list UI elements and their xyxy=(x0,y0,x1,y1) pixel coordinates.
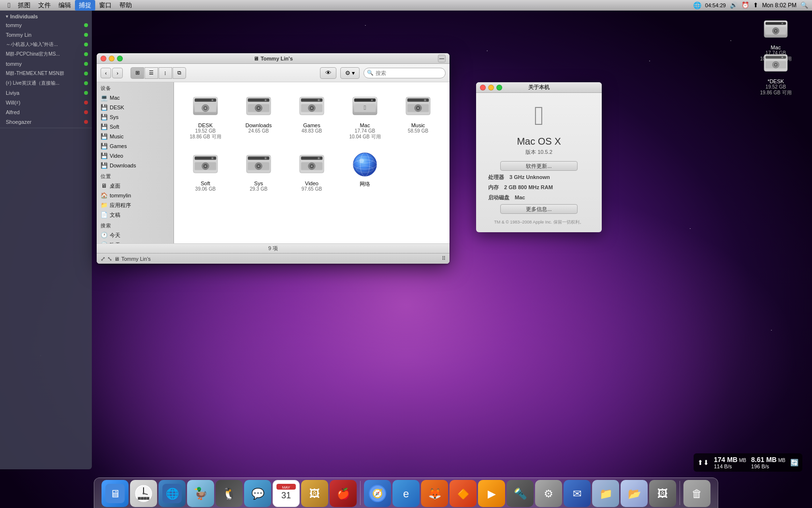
file-item-soft[interactable]: Soft 39.06 GB xyxy=(181,148,230,194)
apple-menu[interactable]:  xyxy=(4,0,14,11)
file-item-desk[interactable]: DESK 19.52 GB 18.86 GB 可用 xyxy=(181,90,230,143)
dock-item-folder2[interactable]: 📂 xyxy=(621,480,648,507)
contact-shoegazer[interactable]: Shoegazer xyxy=(0,117,92,127)
dock-item-qq[interactable]: 🐧 xyxy=(216,480,243,507)
dock-item-arrow[interactable]: ▶ xyxy=(478,480,505,507)
dock-item-adium[interactable]: 🦆 Adium xyxy=(187,480,214,507)
dock-item-network[interactable]: 🌐 xyxy=(159,480,186,507)
view-list-btn[interactable]: ☰ xyxy=(145,67,158,79)
dock-item-prefs[interactable]: ⚙ xyxy=(535,480,562,507)
contact-tommy1[interactable]: tommy xyxy=(0,20,92,30)
maximize-button[interactable] xyxy=(117,56,123,61)
close-button[interactable] xyxy=(101,56,106,61)
menubar-search[interactable]: 🔍 xyxy=(800,1,808,9)
about-maximize-btn[interactable] xyxy=(496,85,502,90)
sidebar-item-desk[interactable]: 💾 DESK xyxy=(97,103,174,112)
sidebar-item-soft[interactable]: 💾 Soft xyxy=(97,122,174,132)
dock-item-app1[interactable]: 🍎 xyxy=(330,480,357,507)
file-item-network[interactable]: 网络 xyxy=(341,148,389,194)
dock-item-trash[interactable]: 🗑 xyxy=(683,480,710,507)
sidebar-item-docs[interactable]: 📄 文稿 xyxy=(97,210,174,220)
view-cover-btn[interactable]: ⧉ xyxy=(173,67,186,79)
messenger-section-header[interactable]: ▾ Individuals xyxy=(0,12,92,20)
minimize-button[interactable] xyxy=(109,56,115,61)
forward-button[interactable]: › xyxy=(112,68,123,78)
menu-item-help[interactable]: 帮助 xyxy=(116,0,136,11)
contact-will[interactable]: Will(♯) xyxy=(0,98,92,107)
contact-pcp[interactable]: M群-PCPChina官方MS... xyxy=(0,49,92,59)
software-update-btn[interactable]: 软件更新... xyxy=(500,161,578,171)
dock-item-photo[interactable]: 🖼 xyxy=(301,480,328,507)
svg-text:⚙: ⚙ xyxy=(544,488,553,500)
dock-item-clock[interactable]: ⬛⬛⬛⬛ xyxy=(130,480,157,507)
resize-icon2[interactable]: ⤡ xyxy=(107,255,112,262)
sidebar-item-home[interactable]: 🏠 tommylin xyxy=(97,191,174,200)
svg-text:e: e xyxy=(403,488,409,500)
contact-robot[interactable]: ～小机器人>输入"外语... xyxy=(0,40,92,49)
refresh-icon[interactable]: 🔄 xyxy=(790,459,798,466)
dock-item-cal[interactable]: MAY 31 xyxy=(273,480,300,507)
contact-tommy-lin[interactable]: Tommy Lin xyxy=(0,30,92,40)
about-minimize-btn[interactable] xyxy=(488,85,494,90)
search-input[interactable] xyxy=(363,68,446,78)
contact-liviya[interactable]: Liviya xyxy=(0,88,92,98)
sidebar-item-apps[interactable]: 📁 应用程序 xyxy=(97,200,174,210)
back-button[interactable]: ‹ xyxy=(101,68,111,78)
sidebar-item-games[interactable]: 💾 Games xyxy=(97,141,174,151)
menu-item-edit[interactable]: 编辑 xyxy=(55,0,75,11)
sidebar-item-downloads[interactable]: 💾 Downloads xyxy=(97,161,174,170)
file-item-mac[interactable]:  Mac 17.74 GB 10.04 GB 可用 xyxy=(341,90,389,143)
safari-dock-icon: 🧭 xyxy=(364,480,391,507)
file-item-games[interactable]: Games 48.83 GB xyxy=(288,90,336,143)
dock-item-mail[interactable]: ✉ xyxy=(564,480,591,507)
sidebar-item-video[interactable]: 💾 Video xyxy=(97,151,174,161)
dock-item-firefox[interactable]: 🦊 xyxy=(421,480,448,507)
menubar-volume[interactable]: 🔊 xyxy=(730,1,738,9)
dock-item-ie[interactable]: e xyxy=(392,480,420,507)
dock-item-safari[interactable]: 🧭 xyxy=(364,480,391,507)
sidebar-mac-label: Mac xyxy=(110,95,120,101)
resize-handle[interactable]: ⠿ xyxy=(442,255,446,262)
sidebar-item-today[interactable]: 🕐 今天 xyxy=(97,230,174,240)
menu-item-file[interactable]: 文件 xyxy=(34,0,55,11)
dock-item-finder[interactable]: 🖥 xyxy=(102,480,129,507)
menu-item-capture[interactable]: 抓图 xyxy=(14,0,34,11)
arrow-dock-icon: ▶ xyxy=(478,480,505,507)
more-info-btn[interactable]: 更多信息... xyxy=(500,204,578,214)
menu-item-window[interactable]: 窗口 xyxy=(95,0,116,11)
file-item-music[interactable]: Music 58.59 GB xyxy=(394,90,442,143)
view-icon-btn[interactable]: ⊞ xyxy=(130,67,144,79)
dock-item-app2[interactable]: 🔶 xyxy=(450,480,477,507)
menu-item-buzhuo[interactable]: 捕捉 xyxy=(75,0,95,11)
file-item-downloads[interactable]: Downloads 24.65 GB xyxy=(234,90,283,143)
sidebar-item-music[interactable]: 💾 Music xyxy=(97,132,174,141)
sidebar-item-mac[interactable]: 💻 Mac xyxy=(97,93,174,103)
about-close-btn[interactable] xyxy=(480,85,486,90)
action-button[interactable]: ⚙ ▾ xyxy=(340,67,360,79)
finder-collapse-btn[interactable]: — xyxy=(438,55,446,62)
trash-dock-icon: 🗑 xyxy=(683,480,710,507)
about-title: 关于本机 xyxy=(528,84,550,91)
contact-tommy2[interactable]: tommy xyxy=(0,59,92,69)
file-item-video[interactable]: Video 97.65 GB xyxy=(288,148,336,194)
dock-item-msg[interactable]: 💬 xyxy=(244,480,271,507)
contact-live[interactable]: (♯) Live英汉通（直接输... xyxy=(0,78,92,88)
desktop-icon-desk[interactable]: *DESK 19.52 GB 19.86 GB 可用 xyxy=(754,48,798,96)
dock-item-preview[interactable]: 🖼 xyxy=(649,480,676,507)
resize-icon1[interactable]: ⤢ xyxy=(101,255,105,262)
contact-themex[interactable]: M群-THEMEX.NET MSN群 xyxy=(0,69,92,78)
dock-item-folder[interactable]: 📁 xyxy=(592,480,619,507)
view-column-btn[interactable]: ⫶ xyxy=(159,67,172,79)
sidebar-item-sys[interactable]: 💾 Sys xyxy=(97,112,174,122)
menubar-right: 🌐 04:54:29 🔊 ⏰ ⬆ Mon 8:02 PM 🔍 xyxy=(693,1,808,9)
svg-point-53 xyxy=(417,107,419,109)
dock-item-spotlight[interactable]: 🔦 xyxy=(507,480,534,507)
contact-alfred[interactable]: Alfred xyxy=(0,107,92,117)
svg-point-23 xyxy=(204,107,206,109)
sidebar-item-yesterday[interactable]: 🕐 昨天 xyxy=(97,240,174,243)
file-item-sys[interactable]: Sys 29.3 GB xyxy=(234,148,283,194)
memory-label: 内存 xyxy=(488,184,499,190)
quicklook-button[interactable]: 👁 xyxy=(320,67,336,79)
app1-dock-icon: 🍎 xyxy=(330,480,357,507)
sidebar-item-desktop[interactable]: 🖥 桌面 xyxy=(97,181,174,191)
